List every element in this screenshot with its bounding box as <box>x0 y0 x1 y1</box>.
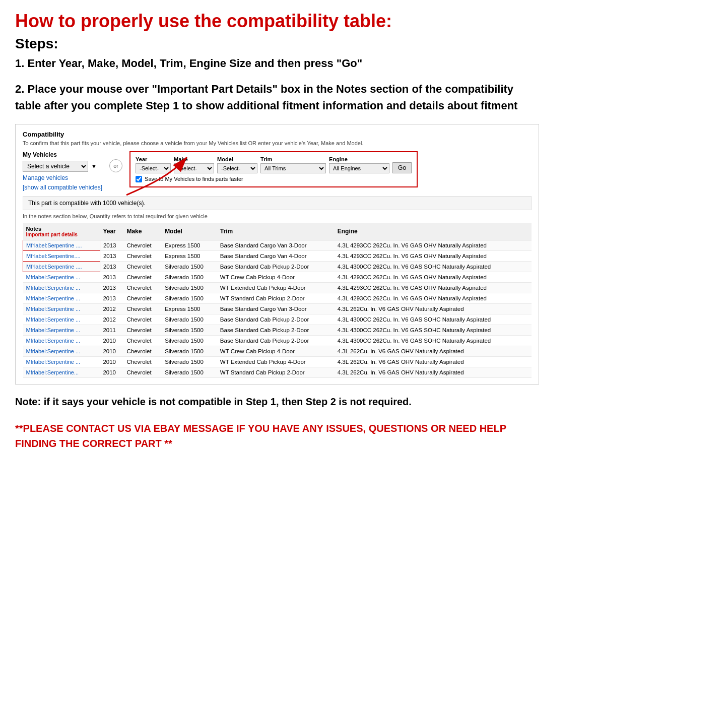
notes-cell: Mfrlabel:Serpentine ... <box>23 346 100 356</box>
col-year: Year <box>100 223 123 240</box>
trim-cell: WT Extended Cab Pickup 4-Door <box>217 356 335 367</box>
manage-vehicles-link[interactable]: Manage vehicles <box>23 174 102 181</box>
engine-cell: 4.3L 262Cu. In. V6 GAS OHV Naturally Asp… <box>335 356 532 367</box>
save-checkbox-row: Save to My Vehicles to finds parts faste… <box>136 176 412 182</box>
show-all-link[interactable]: [show all compatible vehicles] <box>23 184 102 191</box>
engine-cell: 4.3L 262Cu. In. V6 GAS OHV Naturally Asp… <box>335 346 532 356</box>
compat-controls: My Vehicles Select a vehicle ▼ Manage ve… <box>23 151 532 191</box>
year-cell: 2010 <box>100 335 123 346</box>
engine-cell: 4.3L 4293CC 262Cu. In. V6 GAS OHV Natura… <box>335 272 532 282</box>
engine-cell: 4.3L 262Cu. In. V6 GAS OHV Naturally Asp… <box>335 303 532 314</box>
engine-field: Engine All Engines <box>329 156 389 173</box>
notes-cell: Mfrlabel:Serpentine ... <box>23 314 100 325</box>
ymm-form: Year -Select- Make -Select- Model -Selec… <box>129 151 418 187</box>
make-cell: Chevrolet <box>123 261 162 272</box>
contact-text: **PLEASE CONTACT US VIA EBAY MESSAGE IF … <box>15 421 539 451</box>
my-vehicles-label: My Vehicles <box>23 151 102 158</box>
notes-cell: Mfrlabel:Serpentine... <box>23 367 100 377</box>
year-field: Year -Select- <box>136 156 171 173</box>
year-cell: 2011 <box>100 325 123 335</box>
make-cell: Chevrolet <box>123 314 162 325</box>
notes-cell: Mfrlabel:Serpentine ... <box>23 282 100 293</box>
table-row: Mfrlabel:Serpentine ...2010ChevroletSilv… <box>23 346 532 356</box>
trim-cell: WT Crew Cab Pickup 4-Door <box>217 272 335 282</box>
model-select[interactable]: -Select- <box>217 163 257 173</box>
notes-cell: Mfrlabel:Serpentine.... <box>23 250 100 261</box>
table-row: Mfrlabel:Serpentine....2013ChevroletExpr… <box>23 250 532 261</box>
make-cell: Chevrolet <box>123 367 162 377</box>
engine-cell: 4.3L 262Cu. In. V6 GAS OHV Naturally Asp… <box>335 367 532 377</box>
year-cell: 2013 <box>100 261 123 272</box>
table-row: Mfrlabel:Serpentine ...2011ChevroletSilv… <box>23 325 532 335</box>
trim-select[interactable]: All Trims <box>260 163 326 173</box>
year-select[interactable]: -Select- <box>136 163 171 173</box>
model-cell: Silverado 1500 <box>162 293 217 303</box>
make-cell: Chevrolet <box>123 325 162 335</box>
model-cell: Silverado 1500 <box>162 314 217 325</box>
col-notes: Notes Important part details <box>23 223 100 240</box>
model-cell: Silverado 1500 <box>162 356 217 367</box>
engine-select[interactable]: All Engines <box>329 163 389 173</box>
engine-cell: 4.3L 4293CC 262Cu. In. V6 GAS OHV Natura… <box>335 293 532 303</box>
compatibility-table: Notes Important part details Year Make M… <box>23 223 532 378</box>
trim-cell: Base Standard Cargo Van 3-Door <box>217 303 335 314</box>
note-text: Note: if it says your vehicle is not com… <box>15 395 539 409</box>
notes-cell: Mfrlabel:Serpentine ... <box>23 303 100 314</box>
table-row: Mfrlabel:Serpentine ...2013ChevroletSilv… <box>23 272 532 282</box>
make-cell: Chevrolet <box>123 335 162 346</box>
year-cell: 2010 <box>100 356 123 367</box>
engine-cell: 4.3L 4300CC 262Cu. In. V6 GAS SOHC Natur… <box>335 314 532 325</box>
trim-label: Trim <box>260 156 326 162</box>
compat-info-bar: This part is compatible with 1000 vehicl… <box>23 196 532 210</box>
model-cell: Silverado 1500 <box>162 367 217 377</box>
year-cell: 2013 <box>100 282 123 293</box>
make-cell: Chevrolet <box>123 250 162 261</box>
table-row: Mfrlabel:Serpentine ....2013ChevroletExp… <box>23 240 532 250</box>
year-cell: 2012 <box>100 314 123 325</box>
model-field: Model -Select- <box>217 156 257 173</box>
save-label: Save to My Vehicles to finds parts faste… <box>145 176 243 182</box>
engine-label: Engine <box>329 156 389 162</box>
or-circle: or <box>109 159 122 172</box>
notes-cell: Mfrlabel:Serpentine ... <box>23 293 100 303</box>
go-button[interactable]: Go <box>392 162 412 173</box>
make-cell: Chevrolet <box>123 303 162 314</box>
year-label: Year <box>136 156 171 162</box>
year-cell: 2013 <box>100 250 123 261</box>
year-cell: 2010 <box>100 346 123 356</box>
col-trim: Trim <box>217 223 335 240</box>
year-cell: 2013 <box>100 240 123 250</box>
make-select[interactable]: -Select- <box>174 163 214 173</box>
table-row: Mfrlabel:Serpentine ...2013ChevroletSilv… <box>23 293 532 303</box>
model-cell: Silverado 1500 <box>162 272 217 282</box>
engine-cell: 4.3L 4293CC 262Cu. In. V6 GAS OHV Natura… <box>335 282 532 293</box>
step1-text: 1. Enter Year, Make, Model, Trim, Engine… <box>15 56 539 72</box>
engine-cell: 4.3L 4300CC 262Cu. In. V6 GAS SOHC Natur… <box>335 335 532 346</box>
make-cell: Chevrolet <box>123 293 162 303</box>
year-cell: 2010 <box>100 367 123 377</box>
year-cell: 2013 <box>100 293 123 303</box>
vehicle-select[interactable]: Select a vehicle <box>23 161 88 172</box>
model-label: Model <box>217 156 257 162</box>
model-cell: Silverado 1500 <box>162 261 217 272</box>
compatibility-section: Compatibility To confirm that this part … <box>15 124 539 385</box>
model-cell: Silverado 1500 <box>162 335 217 346</box>
engine-cell: 4.3L 4300CC 262Cu. In. V6 GAS SOHC Natur… <box>335 261 532 272</box>
model-cell: Silverado 1500 <box>162 282 217 293</box>
save-checkbox[interactable] <box>136 176 142 182</box>
trim-cell: WT Extended Cab Pickup 4-Door <box>217 282 335 293</box>
notes-cell: Mfrlabel:Serpentine ... <box>23 335 100 346</box>
notes-important-label: Important part details <box>26 232 97 237</box>
step2-text: 2. Place your mouse over "Important Part… <box>15 81 539 114</box>
model-cell: Express 1500 <box>162 240 217 250</box>
compat-subtitle: To confirm that this part fits your vehi… <box>23 140 532 146</box>
table-row: Mfrlabel:Serpentine ...2012ChevroletSilv… <box>23 314 532 325</box>
notes-cell: Mfrlabel:Serpentine ... <box>23 356 100 367</box>
col-model: Model <box>162 223 217 240</box>
col-make: Make <box>123 223 162 240</box>
compat-title: Compatibility <box>23 131 532 138</box>
make-cell: Chevrolet <box>123 346 162 356</box>
engine-cell: 4.3L 4293CC 262Cu. In. V6 GAS OHV Natura… <box>335 250 532 261</box>
trim-field: Trim All Trims <box>260 156 326 173</box>
model-cell: Silverado 1500 <box>162 325 217 335</box>
